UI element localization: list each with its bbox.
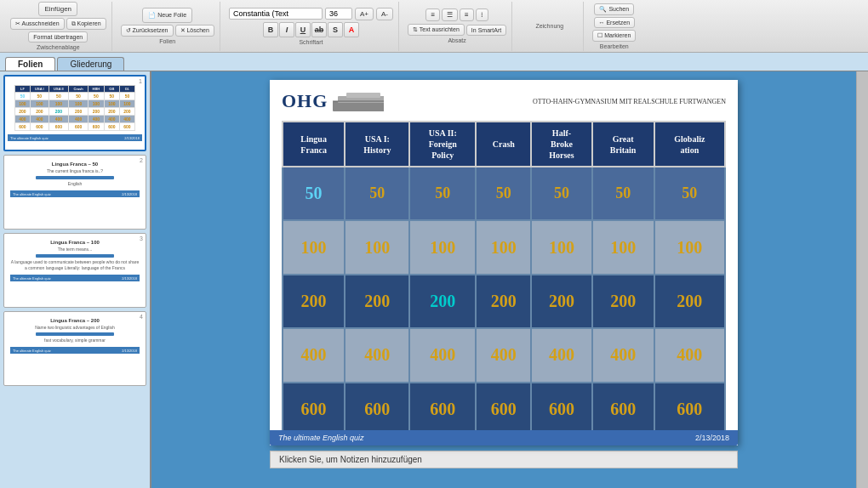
cell-50-2[interactable]: 50: [409, 167, 476, 220]
cell-400-5[interactable]: 400: [592, 328, 654, 382]
table-row: 400 400 400 400 400 400 400: [283, 328, 725, 382]
kopieren-button[interactable]: ⧉ Kopieren: [66, 18, 106, 30]
reset-button[interactable]: ↺ Zurücksetzen: [121, 25, 174, 37]
col-header-4: Half-BrokeHorses: [531, 122, 591, 167]
slide-thumb-1[interactable]: 1 LFUSA IUSA IICrashHBHGBGl. 50505050505…: [3, 75, 146, 151]
font-increase-btn[interactable]: A+: [355, 8, 374, 20]
slide-thumb-4[interactable]: 4 Lingua Franca – 200 Name two linguisti…: [3, 311, 146, 386]
cell-400-3[interactable]: 400: [476, 328, 531, 382]
cell-600-6[interactable]: 600: [654, 383, 725, 436]
cell-50-4[interactable]: 50: [531, 167, 591, 220]
cell-100-2[interactable]: 100: [409, 220, 476, 274]
cell-400-4[interactable]: 400: [531, 328, 591, 382]
cell-50-3[interactable]: 50: [476, 167, 531, 220]
logo-area: OHG: [282, 88, 384, 114]
tab-folien[interactable]: Folien: [5, 57, 55, 71]
notes-bar[interactable]: Klicken Sie, um Notizen hinzuzufügen: [270, 451, 738, 468]
cell-50-1[interactable]: 50: [345, 167, 409, 220]
ausschneiden-button[interactable]: ✂ Ausschneiden: [10, 18, 65, 30]
cell-200-5[interactable]: 200: [592, 275, 654, 328]
slide-thumb-inner-4: Lingua Franca – 200 Name two linguistic …: [7, 315, 143, 383]
cell-50-5[interactable]: 50: [592, 167, 654, 220]
font-label: Schriftart: [299, 39, 323, 45]
cell-200-0[interactable]: 200: [283, 275, 345, 328]
justify-btn[interactable]: ⁞: [476, 9, 488, 21]
col-header-1: USA I:History: [345, 122, 409, 167]
cell-200-6[interactable]: 200: [654, 275, 725, 328]
font-decrease-btn[interactable]: A-: [376, 8, 393, 20]
tab-gliederung[interactable]: Gliederung: [57, 57, 124, 71]
cell-100-4[interactable]: 100: [531, 220, 591, 274]
cell-400-2[interactable]: 400: [409, 328, 476, 382]
table-row: 100 100 100 100 100 100 100: [283, 220, 725, 274]
paragraph-label: Absatz: [448, 37, 465, 43]
cell-100-6[interactable]: 100: [654, 220, 725, 274]
thumb-divider-4: [36, 332, 113, 336]
text-direction-btn[interactable]: ⇅ Text ausrichten: [408, 24, 465, 36]
align-center-btn[interactable]: ☰: [442, 9, 458, 21]
cell-50-6[interactable]: 50: [654, 167, 725, 220]
footer-right: 2/13/2018: [695, 434, 729, 442]
cell-600-3[interactable]: 600: [476, 383, 531, 436]
cell-200-2[interactable]: 200: [409, 275, 476, 328]
underline-button[interactable]: U: [295, 22, 311, 37]
slide-thumb-inner-2: Lingua Franca – 50 The current lingua fr…: [7, 158, 143, 226]
table-row: 50 50 50 50 50 50 50: [283, 167, 725, 220]
italic-button[interactable]: I: [279, 22, 294, 37]
convert-smartart-btn[interactable]: In SmartArt: [466, 25, 506, 36]
edit-label: Bearbeiten: [600, 43, 629, 49]
slides-label: Folien: [159, 38, 175, 44]
strikethrough-button[interactable]: ab: [311, 22, 327, 37]
col-header-3: Crash: [476, 122, 531, 167]
table-row: 200 200 200 200 200 200 200: [283, 275, 725, 328]
ohg-logo: OHG: [282, 90, 328, 112]
thumb-divider-2: [36, 176, 113, 179]
shadow-button[interactable]: S: [328, 22, 343, 37]
cell-100-1[interactable]: 100: [345, 220, 409, 274]
cell-100-5[interactable]: 100: [592, 220, 654, 274]
slide-thumb-3[interactable]: 3 Lingua Franca – 100 The term means... …: [3, 233, 146, 308]
drawing-group: Zeichnung: [516, 2, 584, 51]
thumb-footer-bar-4: The ultimate English quiz 2/13/2018: [10, 347, 140, 354]
cell-400-6[interactable]: 400: [654, 328, 725, 382]
replace-button[interactable]: ↔ Ersetzen: [594, 17, 636, 28]
table-row: 600 600 600 600 600 600 600: [283, 383, 725, 436]
jeopardy-table[interactable]: LinguaFranca USA I:History USA II:Foreig…: [282, 121, 726, 437]
align-right-btn[interactable]: ≡: [460, 9, 474, 21]
einfuegen-button[interactable]: Einfügen: [38, 2, 77, 16]
delete-button[interactable]: ✕ Löschen: [175, 25, 214, 37]
font-color-button[interactable]: A: [344, 22, 359, 37]
slide-frame: OHG OTTO-HAHN-GYMNASIUM MIT REALSCHULE F…: [270, 80, 738, 445]
cell-100-3[interactable]: 100: [476, 220, 531, 274]
slide-header: OHG OTTO-HAHN-GYMNASIUM MIT REALSCHULE F…: [282, 88, 726, 114]
main-area: 1 LFUSA IUSA IICrashHBHGBGl. 50505050505…: [0, 71, 868, 488]
cell-600-5[interactable]: 600: [592, 383, 654, 436]
new-slide-button[interactable]: 📄 Neue Folie: [142, 8, 192, 23]
font-name-input[interactable]: [229, 8, 323, 20]
cell-600-4[interactable]: 600: [531, 383, 591, 436]
slide-thumb-inner-1: LFUSA IUSA IICrashHBHGBGl. 5050505050505…: [8, 79, 142, 147]
paragraph-group: ≡ ☰ ≡ ⁞ ⇅ Text ausrichten In SmartArt Ab…: [403, 2, 512, 51]
cell-200-3[interactable]: 200: [476, 275, 531, 328]
format-button[interactable]: Format übertragen: [28, 31, 88, 43]
cell-400-1[interactable]: 400: [345, 328, 409, 382]
cell-200-4[interactable]: 200: [531, 275, 591, 328]
select-button[interactable]: ☐ Markieren: [592, 30, 636, 42]
cell-600-2[interactable]: 600: [409, 383, 476, 436]
cell-600-0[interactable]: 600: [283, 383, 345, 436]
cell-100-0[interactable]: 100: [283, 220, 345, 274]
search-button[interactable]: 🔍 Suchen: [594, 3, 634, 15]
slide-thumb-2[interactable]: 2 Lingua Franca – 50 The current lingua …: [3, 155, 146, 230]
cell-400-0[interactable]: 400: [283, 328, 345, 382]
scrollbar-right[interactable]: [856, 71, 868, 488]
col-header-6: Globalization: [654, 122, 725, 167]
mini-jeopardy-table: LFUSA IUSA IICrashHBHGBGl. 5050505050505…: [14, 85, 135, 131]
footer-left: The ultimate English quiz: [278, 434, 364, 442]
slide-thumb-inner-3: Lingua Franca – 100 The term means... A …: [7, 236, 143, 304]
align-left-btn[interactable]: ≡: [425, 9, 440, 21]
cell-50-0[interactable]: 50: [283, 167, 345, 220]
font-size-input[interactable]: [325, 8, 352, 20]
cell-200-1[interactable]: 200: [345, 275, 409, 328]
bold-button[interactable]: B: [263, 22, 278, 37]
cell-600-1[interactable]: 600: [345, 383, 409, 436]
